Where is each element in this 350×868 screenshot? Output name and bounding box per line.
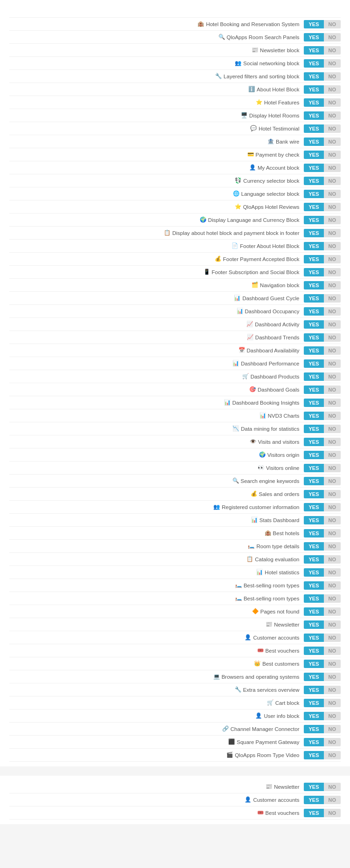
module-yes-button[interactable]: YES — [304, 425, 323, 433]
module-yes-button[interactable]: YES — [304, 33, 323, 41]
module-no-button[interactable]: NO — [324, 751, 341, 759]
module-yes-button[interactable]: YES — [304, 151, 323, 159]
module-no-button[interactable]: NO — [324, 307, 341, 316]
module-yes-button[interactable]: YES — [304, 111, 323, 120]
module-no-button[interactable]: NO — [324, 85, 341, 94]
module-yes-button[interactable]: YES — [304, 477, 323, 485]
module-no-button[interactable]: NO — [324, 372, 341, 381]
module-yes-button[interactable]: YES — [304, 647, 323, 655]
module-yes-button[interactable]: YES — [304, 294, 323, 303]
module-yes-button[interactable]: YES — [304, 203, 323, 211]
module-yes-button[interactable]: YES — [304, 725, 323, 733]
module-yes-button[interactable]: YES — [304, 320, 323, 329]
module-yes-button[interactable]: YES — [304, 138, 323, 146]
module-no-button[interactable]: NO — [324, 477, 341, 485]
module-no-button[interactable]: NO — [324, 294, 341, 303]
module-no-button[interactable]: NO — [324, 164, 341, 172]
module-no-button[interactable]: NO — [324, 464, 341, 472]
module-yes-button[interactable]: YES — [304, 568, 323, 577]
module-no-button[interactable]: NO — [324, 98, 341, 107]
module-yes-button[interactable]: YES — [304, 164, 323, 172]
module-yes-button[interactable]: YES — [304, 738, 323, 746]
module-no-button[interactable]: NO — [324, 516, 341, 524]
module-no-button[interactable]: NO — [324, 438, 341, 446]
module-yes-button[interactable]: YES — [304, 85, 323, 94]
module-yes-button[interactable]: YES — [304, 490, 323, 498]
module-yes-button[interactable]: YES — [304, 359, 323, 368]
module-yes-button[interactable]: YES — [304, 346, 323, 355]
module-yes-button[interactable]: YES — [304, 399, 323, 407]
module-yes-button[interactable]: YES — [304, 281, 323, 289]
module-yes-button[interactable]: YES — [304, 255, 323, 263]
module-no-button[interactable]: NO — [324, 796, 341, 804]
module-yes-button[interactable]: YES — [304, 242, 323, 250]
module-yes-button[interactable]: YES — [304, 686, 323, 694]
module-yes-button[interactable]: YES — [304, 46, 323, 55]
module-no-button[interactable]: NO — [324, 581, 341, 590]
module-no-button[interactable]: NO — [324, 503, 341, 511]
module-yes-button[interactable]: YES — [304, 594, 323, 603]
module-no-button[interactable]: NO — [324, 594, 341, 603]
module-no-button[interactable]: NO — [324, 673, 341, 681]
module-no-button[interactable]: NO — [324, 216, 341, 224]
module-yes-button[interactable]: YES — [304, 581, 323, 590]
module-no-button[interactable]: NO — [324, 620, 341, 629]
module-no-button[interactable]: NO — [324, 555, 341, 564]
module-no-button[interactable]: NO — [324, 634, 341, 642]
module-yes-button[interactable]: YES — [304, 464, 323, 472]
module-no-button[interactable]: NO — [324, 359, 341, 368]
module-no-button[interactable]: NO — [324, 33, 341, 41]
module-no-button[interactable]: NO — [324, 111, 341, 120]
module-no-button[interactable]: NO — [324, 20, 341, 28]
module-no-button[interactable]: NO — [324, 242, 341, 250]
module-no-button[interactable]: NO — [324, 399, 341, 407]
module-yes-button[interactable]: YES — [304, 177, 323, 185]
module-no-button[interactable]: NO — [324, 124, 341, 133]
module-no-button[interactable]: NO — [324, 46, 341, 55]
module-no-button[interactable]: NO — [324, 255, 341, 263]
module-no-button[interactable]: NO — [324, 59, 341, 68]
module-no-button[interactable]: NO — [324, 647, 341, 655]
module-yes-button[interactable]: YES — [304, 438, 323, 446]
module-yes-button[interactable]: YES — [304, 809, 323, 817]
module-no-button[interactable]: NO — [324, 490, 341, 498]
module-yes-button[interactable]: YES — [304, 620, 323, 629]
module-yes-button[interactable]: YES — [304, 555, 323, 564]
module-yes-button[interactable]: YES — [304, 634, 323, 642]
module-no-button[interactable]: NO — [324, 203, 341, 211]
module-yes-button[interactable]: YES — [304, 98, 323, 107]
module-yes-button[interactable]: YES — [304, 503, 323, 511]
module-yes-button[interactable]: YES — [304, 268, 323, 276]
module-yes-button[interactable]: YES — [304, 216, 323, 224]
module-yes-button[interactable]: YES — [304, 451, 323, 459]
module-yes-button[interactable]: YES — [304, 307, 323, 316]
module-yes-button[interactable]: YES — [304, 712, 323, 720]
module-no-button[interactable]: NO — [324, 451, 341, 459]
module-yes-button[interactable]: YES — [304, 72, 323, 81]
module-yes-button[interactable]: YES — [304, 529, 323, 537]
module-no-button[interactable]: NO — [324, 320, 341, 329]
module-yes-button[interactable]: YES — [304, 660, 323, 668]
module-no-button[interactable]: NO — [324, 72, 341, 81]
module-yes-button[interactable]: YES — [304, 673, 323, 681]
module-no-button[interactable]: NO — [324, 660, 341, 668]
module-no-button[interactable]: NO — [324, 346, 341, 355]
module-yes-button[interactable]: YES — [304, 796, 323, 804]
module-yes-button[interactable]: YES — [304, 59, 323, 68]
module-yes-button[interactable]: YES — [304, 699, 323, 707]
module-no-button[interactable]: NO — [324, 712, 341, 720]
module-no-button[interactable]: NO — [324, 542, 341, 551]
module-yes-button[interactable]: YES — [304, 333, 323, 342]
module-no-button[interactable]: NO — [324, 333, 341, 342]
module-no-button[interactable]: NO — [324, 809, 341, 817]
module-yes-button[interactable]: YES — [304, 229, 323, 237]
module-yes-button[interactable]: YES — [304, 124, 323, 133]
module-no-button[interactable]: NO — [324, 699, 341, 707]
module-no-button[interactable]: NO — [324, 281, 341, 289]
module-yes-button[interactable]: YES — [304, 386, 323, 394]
module-no-button[interactable]: NO — [324, 529, 341, 537]
module-no-button[interactable]: NO — [324, 177, 341, 185]
module-no-button[interactable]: NO — [324, 738, 341, 746]
module-yes-button[interactable]: YES — [304, 542, 323, 551]
module-yes-button[interactable]: YES — [304, 783, 323, 791]
